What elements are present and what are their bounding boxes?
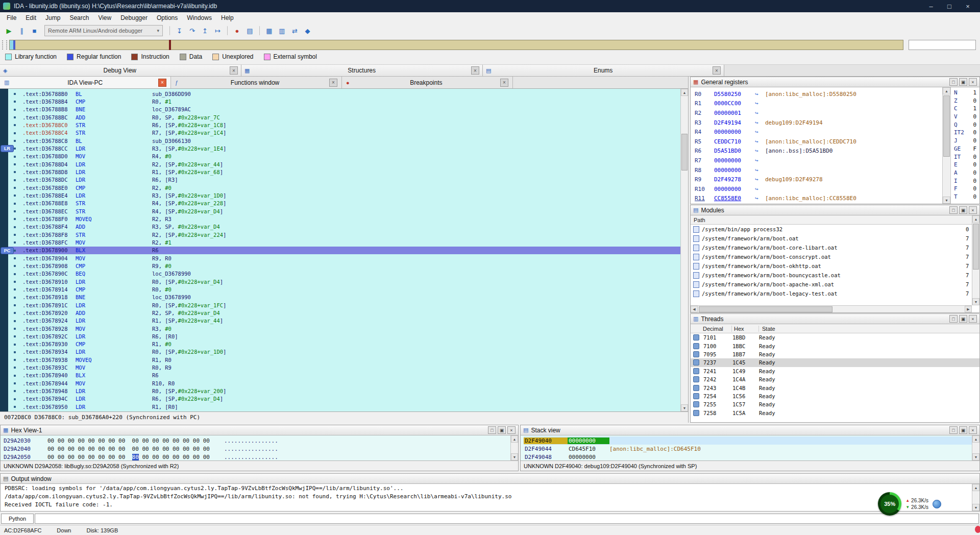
flag-row[interactable]: IT2 0: [954, 129, 976, 137]
disasm-line[interactable]: .text:D367891C LDR R0, [SP,#0x228+var_1F…: [0, 301, 680, 309]
register-row[interactable]: R11 CC8558E0 ↪ [anon:libc_malloc]:CC8558…: [695, 194, 942, 204]
jump-arrow-icon[interactable]: ↪: [755, 176, 765, 183]
register-value[interactable]: 00000000: [714, 157, 755, 164]
panel-restore-button[interactable]: □: [949, 426, 958, 434]
disasm-line[interactable]: .text:D36788BC ADD R0, SP, #0x228+var_7C: [0, 113, 680, 121]
flag-row[interactable]: V 0: [954, 113, 976, 121]
tab-close-button[interactable]: ×: [713, 66, 721, 75]
tab-ida-view-pc[interactable]: ▥ IDA View-PC ×: [0, 77, 171, 88]
battery-progress-circle[interactable]: 35%: [878, 492, 901, 516]
disasm-line[interactable]: .text:D3678914 CMP R0, #0: [0, 285, 680, 293]
python-cli-selector[interactable]: Python: [1, 514, 34, 524]
disasm-line[interactable]: .text:D3678924 LDR R1, [SP,#0x228+var_44…: [0, 317, 680, 325]
jump-arrow-icon[interactable]: ↪: [755, 119, 765, 126]
separator[interactable]: [259, 26, 260, 35]
module-row[interactable]: /system/framework/arm/boot-bouncycastle.…: [691, 271, 972, 280]
hex-dump-icon[interactable]: ▦: [263, 25, 275, 37]
register-row[interactable]: R5 CEDDC710 ↪ [anon:libc_malloc]:CEDDC71…: [695, 137, 942, 147]
disasm-line[interactable]: .text:D36788F4 ADD R3, SP, #0x228+var_D4: [0, 223, 680, 231]
panel-titlebar[interactable]: ▦ General registers □ ▣ ×: [691, 77, 979, 87]
scroll-right-icon[interactable]: ▶: [965, 306, 972, 312]
step-into-icon[interactable]: ↧: [174, 25, 185, 37]
tab-close-button[interactable]: ×: [230, 66, 238, 75]
scroll-down-icon[interactable]: ▼: [511, 453, 518, 460]
modules-window-icon[interactable]: ◆: [302, 25, 313, 37]
panel-titlebar[interactable]: ▤ Output window: [1, 474, 979, 484]
scroll-down-icon[interactable]: ▼: [972, 298, 979, 305]
panel-titlebar[interactable]: ▤ Modules □ ▣ ×: [691, 205, 979, 215]
flag-row[interactable]: F 0: [954, 185, 976, 193]
navband-scale-box[interactable]: [909, 40, 976, 50]
hex-dump[interactable]: D29A2030 00 00 00 00 00 00 00 00 00 00 0…: [1, 435, 510, 460]
disasm-line[interactable]: .text:D3678908 CMP R9, #0: [0, 262, 680, 270]
panel-close-button[interactable]: ×: [969, 206, 977, 214]
module-row[interactable]: /system/framework/arm/boot-conscrypt.oat…: [691, 252, 972, 261]
register-value[interactable]: 0000CC00: [714, 100, 755, 107]
column-hex[interactable]: Hex: [732, 326, 759, 332]
separator[interactable]: [227, 26, 228, 35]
register-value[interactable]: 00000000: [714, 129, 755, 135]
flag-value[interactable]: 0: [973, 121, 976, 130]
disasm-line[interactable]: .text:D36788C4 STR R7, [SP,#0x228+var_1C…: [0, 129, 680, 137]
register-row[interactable]: R3 D2F49194 ↪ debug109:D2F49194: [695, 118, 942, 128]
panel-restore-button[interactable]: □: [949, 206, 958, 214]
register-value[interactable]: 00000000: [714, 186, 755, 192]
menu-file[interactable]: File: [2, 13, 21, 22]
menu-debugger[interactable]: Debugger: [116, 13, 152, 22]
disasm-line[interactable]: .text:D36788C8 BL sub_D3066130: [0, 137, 680, 144]
column-state[interactable]: State: [759, 326, 979, 332]
flag-value[interactable]: 0: [973, 113, 976, 121]
disasm-line[interactable]: .text:D3678940 BLX R6: [0, 372, 680, 379]
hex-row[interactable]: D29A2050 00 00 00 00 00 00 00 00 80 00 0…: [4, 453, 510, 460]
disasm-line[interactable]: .text:D36788B4 CMP R0, #1: [0, 98, 680, 105]
menu-view[interactable]: View: [93, 13, 116, 22]
disasm-line[interactable]: .text:D36788B0 BL sub_D386DD90: [0, 90, 680, 98]
flag-row[interactable]: C 1: [954, 105, 976, 113]
disasm-line[interactable]: .text:D36788B8 BNE loc_D36789AC: [0, 106, 680, 113]
disasm-line[interactable]: .text:D3678938 MOVEQ R1, R0: [0, 356, 680, 363]
terminate-process-icon[interactable]: ■: [29, 25, 40, 37]
disasm-line[interactable]: .text:D36788E0 CMP R2, #0: [0, 184, 680, 191]
panel-restore-button[interactable]: □: [949, 78, 958, 86]
tab-close-button[interactable]: ×: [158, 79, 166, 87]
panel-restore-button[interactable]: □: [488, 426, 496, 434]
scroll-down-icon[interactable]: ▼: [943, 197, 950, 204]
flag-row[interactable]: J 0: [954, 137, 976, 145]
tab-close-button[interactable]: ×: [500, 79, 508, 87]
modules-column-header[interactable]: Path: [691, 215, 972, 225]
panel-close-button[interactable]: ×: [969, 78, 977, 86]
disasm-line[interactable]: .text:D36788F0 MOVEQ R2, R3: [0, 215, 680, 223]
scroll-down-icon[interactable]: ▼: [972, 504, 979, 511]
scrollbar-thumb[interactable]: [973, 224, 979, 270]
flag-value[interactable]: 0: [973, 137, 976, 145]
flag-value[interactable]: 0: [973, 98, 976, 106]
thread-row[interactable]: 7242 1C4A Ready: [691, 375, 979, 383]
jump-arrow-icon[interactable]: ↪: [755, 148, 765, 154]
debugger-selector[interactable]: Remote ARM Linux/Android debugger ▾: [44, 25, 163, 36]
stack-dump[interactable]: D2F49040 00000000 D2F49044 CD645F10 [ano…: [521, 435, 972, 460]
flag-value[interactable]: 0: [973, 161, 976, 169]
output-scrollbar[interactable]: ▲ ▼: [972, 484, 979, 511]
threads-column-header[interactable]: Decimal Hex State: [691, 324, 979, 333]
scroll-left-icon[interactable]: ◀: [691, 306, 698, 312]
stack-scrollbar[interactable]: ▲ ▼: [972, 435, 979, 460]
thread-row[interactable]: 7101 1BBD Ready: [691, 333, 979, 342]
panel-float-button[interactable]: ▣: [959, 315, 967, 323]
module-row[interactable]: /system/framework/arm/boot-legacy-test.o…: [691, 289, 972, 298]
threads-window-icon[interactable]: ⇄: [289, 25, 301, 37]
flag-row[interactable]: IT 0: [954, 154, 976, 162]
disasm-line[interactable]: .text:D3678904 MOV R9, R0: [0, 254, 680, 262]
register-value[interactable]: D2F49278: [714, 176, 755, 183]
jump-arrow-icon[interactable]: ↪: [755, 129, 765, 135]
disasm-line[interactable]: .text:D36788EC STR R4, [SP,#0x228+var_D4…: [0, 207, 680, 215]
flag-row[interactable]: E 0: [954, 161, 976, 169]
scrollbar-thumb[interactable]: [699, 306, 832, 312]
breakpoint-list-icon[interactable]: ▤: [244, 25, 256, 37]
hex-row[interactable]: D29A2030 00 00 00 00 00 00 00 00 00 00 0…: [4, 436, 510, 445]
menu-edit[interactable]: Edit: [21, 13, 41, 22]
register-row[interactable]: R8 00000000 ↪: [695, 165, 942, 175]
panel-float-button[interactable]: ▣: [959, 206, 967, 214]
register-value[interactable]: CC8558E0: [714, 195, 755, 202]
breakpoint-toggle-icon[interactable]: ●: [231, 25, 243, 37]
disasm-line[interactable]: .text:D36788DC LDR R6, [R3]: [0, 176, 680, 184]
